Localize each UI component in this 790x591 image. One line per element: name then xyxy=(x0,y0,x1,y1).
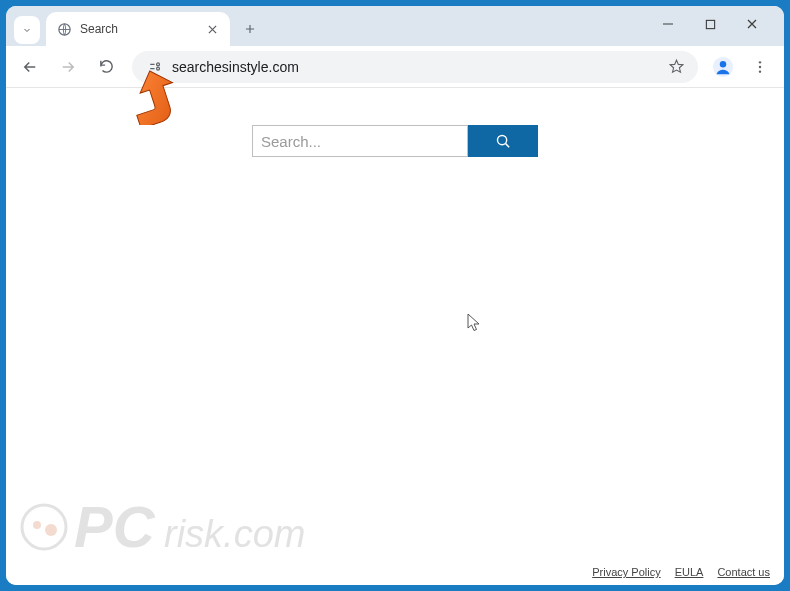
svg-point-8 xyxy=(759,70,761,72)
svg-point-5 xyxy=(720,61,726,67)
minimize-button[interactable] xyxy=(656,12,680,36)
toolbar: searchesinstyle.com xyxy=(6,46,784,88)
close-window-button[interactable] xyxy=(740,12,764,36)
contact-link[interactable]: Contact us xyxy=(717,566,770,578)
svg-text:PC: PC xyxy=(74,494,156,559)
search-form xyxy=(252,125,538,157)
profile-button[interactable] xyxy=(708,52,738,82)
site-settings-icon[interactable] xyxy=(144,57,164,77)
close-icon xyxy=(746,18,758,30)
svg-rect-1 xyxy=(706,20,714,28)
globe-icon xyxy=(56,21,72,37)
footer: Privacy Policy EULA Contact us xyxy=(6,565,784,585)
chevron-down-icon xyxy=(21,24,33,36)
new-tab-button[interactable] xyxy=(236,15,264,43)
minimize-icon xyxy=(662,18,674,30)
reload-icon xyxy=(98,58,115,75)
watermark-logo: PC risk.com xyxy=(20,483,360,571)
tab-strip: Search xyxy=(6,6,784,46)
arrow-left-icon xyxy=(21,58,39,76)
close-icon xyxy=(208,25,217,34)
bookmark-button[interactable] xyxy=(666,57,686,77)
browser-window: Search xyxy=(6,6,784,585)
tab-title: Search xyxy=(80,22,196,36)
search-icon xyxy=(495,133,512,150)
svg-point-7 xyxy=(759,65,761,67)
maximize-icon xyxy=(705,19,716,30)
url-text: searchesinstyle.com xyxy=(172,59,658,75)
svg-point-9 xyxy=(497,135,506,144)
search-button[interactable] xyxy=(468,125,538,157)
window-controls xyxy=(656,12,776,46)
person-icon xyxy=(712,56,734,78)
plus-icon xyxy=(243,22,257,36)
tab-search-button[interactable] xyxy=(14,16,40,44)
cursor-icon xyxy=(467,313,483,337)
svg-point-12 xyxy=(45,524,57,536)
star-icon xyxy=(668,58,685,75)
arrow-right-icon xyxy=(59,58,77,76)
svg-point-3 xyxy=(156,67,159,70)
svg-point-2 xyxy=(156,63,159,66)
svg-point-11 xyxy=(33,521,41,529)
reload-button[interactable] xyxy=(90,51,122,83)
kebab-menu-icon xyxy=(752,59,768,75)
svg-point-6 xyxy=(759,61,761,63)
back-button[interactable] xyxy=(14,51,46,83)
maximize-button[interactable] xyxy=(698,12,722,36)
browser-tab[interactable]: Search xyxy=(46,12,230,46)
svg-text:risk.com: risk.com xyxy=(164,513,305,555)
privacy-link[interactable]: Privacy Policy xyxy=(592,566,660,578)
menu-button[interactable] xyxy=(744,51,776,83)
tab-close-button[interactable] xyxy=(204,21,220,37)
address-bar[interactable]: searchesinstyle.com xyxy=(132,51,698,83)
forward-button[interactable] xyxy=(52,51,84,83)
eula-link[interactable]: EULA xyxy=(675,566,704,578)
svg-point-10 xyxy=(22,505,66,549)
search-input[interactable] xyxy=(252,125,468,157)
page-content: PC risk.com Privacy Policy EULA Contact … xyxy=(6,88,784,585)
